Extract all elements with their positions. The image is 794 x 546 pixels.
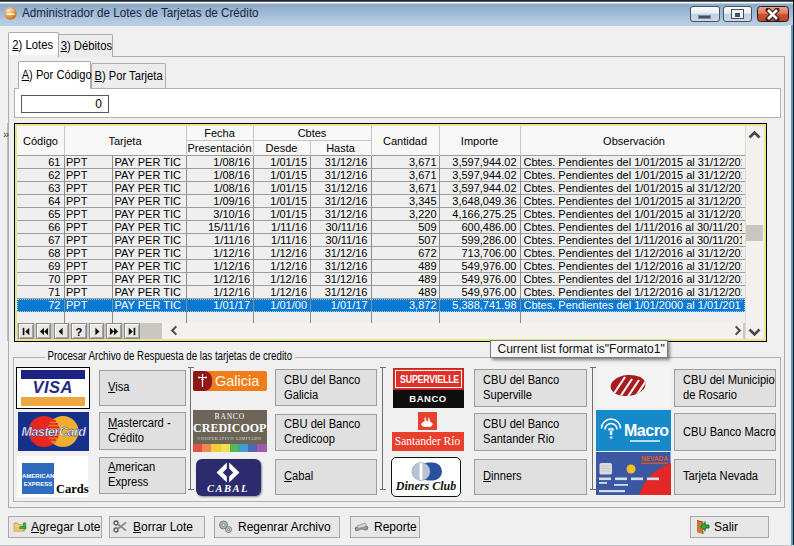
svg-text:MasterCard: MasterCard [21,425,86,439]
svg-text:NEVADA: NEVADA [641,455,668,462]
